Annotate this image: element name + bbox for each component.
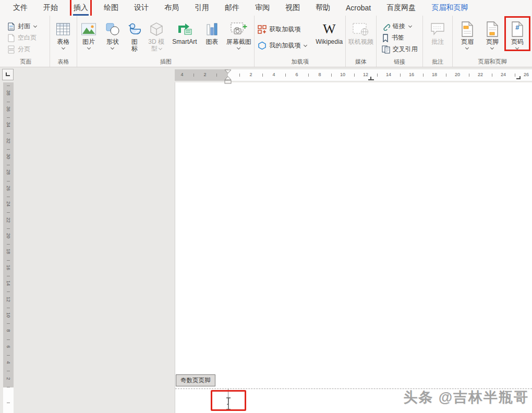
ruler-tick — [7, 165, 10, 165]
ruler-tick — [7, 228, 10, 229]
ruler-number: 18 — [6, 248, 11, 254]
ruler-number: 8 — [317, 72, 323, 77]
group-pages: 封面 空白页 分页 页面 — [2, 16, 50, 67]
ruler-number: 32 — [6, 138, 11, 144]
online-video-button[interactable]: 联机视频 — [348, 18, 373, 45]
chevron-down-icon — [159, 46, 162, 50]
page-break-button[interactable]: 分页 — [4, 44, 33, 55]
cover-page-button[interactable]: 封面 — [4, 21, 40, 32]
tab-home[interactable]: 开始 — [42, 1, 59, 15]
ruler-number: 24 — [6, 201, 11, 207]
group-label-header-footer: 页眉和页脚 — [453, 57, 532, 67]
ruler-number: 12 — [362, 72, 369, 77]
footer-icon — [486, 20, 499, 39]
header-label: 页眉 — [461, 39, 474, 45]
ruler-tick — [239, 74, 240, 77]
picture-button[interactable]: 图片 — [77, 18, 100, 49]
group-label-illustrations: 插图 — [77, 57, 254, 67]
link-button[interactable]: 链接 — [379, 21, 415, 32]
right-tab-stop-marker[interactable] — [519, 76, 521, 79]
watermark-text: 头条 @吉林半瓶哥 — [403, 388, 529, 407]
footer-button[interactable]: 页脚 — [481, 18, 503, 49]
icons-button[interactable]: 图 标 — [125, 18, 144, 52]
table-button[interactable]: 表格 — [56, 18, 70, 49]
tab-file[interactable]: 文件 — [12, 1, 29, 15]
ruler-tick — [492, 74, 492, 77]
ruler-tick — [400, 74, 401, 77]
3d-models-label-line2: 型 — [151, 45, 162, 52]
chart-button[interactable]: 图表 — [201, 18, 222, 45]
ruler-tick — [7, 323, 10, 324]
ruler-number: 2 — [248, 72, 254, 77]
ruler-tick — [308, 74, 309, 77]
document-page[interactable]: 奇数页页脚 头条 @吉林半瓶哥 — [175, 82, 532, 413]
indent-markers[interactable] — [224, 69, 232, 84]
ruler-tick — [7, 117, 10, 118]
ruler-number: 2 — [6, 375, 11, 382]
group-header-footer: 页眉 页脚 # 页码 — [453, 16, 532, 67]
shapes-label: 形状 — [106, 39, 119, 45]
tab-acrobat[interactable]: Acrobat — [345, 1, 372, 15]
footer-label: 页脚 — [486, 39, 499, 45]
ruler-tick — [354, 74, 355, 77]
link-icon — [382, 22, 390, 31]
ruler-number: 6 — [6, 344, 11, 350]
ruler-tick — [194, 74, 194, 77]
wikipedia-button[interactable]: W Wikipedia — [313, 18, 345, 45]
tab-insert[interactable]: 插入 — [72, 1, 89, 15]
get-addins-button[interactable]: 获取加载项 — [255, 23, 310, 35]
tab-references[interactable]: 引用 — [194, 1, 210, 15]
ruler-tick — [423, 74, 424, 77]
ruler-tick — [7, 197, 10, 197]
cover-page-label: 封面 — [18, 22, 30, 31]
comment-button[interactable]: 批注 — [430, 18, 445, 45]
smartart-label: SmartArt — [172, 39, 197, 45]
vertical-ruler[interactable]: 3836343230282624222018161412108642 — [3, 82, 14, 413]
tab-selector-button[interactable] — [2, 69, 14, 80]
3d-models-button[interactable]: 3D 模 型 — [145, 18, 168, 52]
page-break-label: 分页 — [18, 45, 30, 54]
tab-baidu-netdisk[interactable]: 百度网盘 — [385, 1, 417, 15]
ruler-number: 36 — [6, 106, 11, 112]
ruler-tick — [446, 74, 446, 77]
tab-view[interactable]: 视图 — [284, 1, 301, 15]
cross-reference-button[interactable]: 交叉引用 — [379, 44, 421, 55]
blank-page-button[interactable]: 空白页 — [4, 32, 40, 44]
tab-layout[interactable]: 布局 — [163, 1, 180, 15]
ruler-tick — [469, 74, 469, 77]
ribbon-tab-bar: 文件 开始 插入 绘图 设计 布局 引用 邮件 审阅 视图 帮助 Acrobat… — [0, 0, 532, 16]
online-video-icon — [353, 20, 369, 39]
ruler-tick — [7, 355, 10, 356]
tab-mailings[interactable]: 邮件 — [224, 1, 240, 15]
ruler-tick — [7, 149, 10, 150]
header-button[interactable]: 页眉 — [456, 18, 478, 49]
smartart-button[interactable]: SmartArt — [169, 18, 201, 45]
blank-page-label: 空白页 — [18, 33, 37, 42]
my-addins-label: 我的加载项 — [269, 41, 300, 50]
annotation-box-footer — [211, 390, 246, 411]
screenshot-button[interactable]: 屏幕截图 — [223, 18, 254, 49]
horizontal-ruler[interactable]: 422468101214161820222426 — [175, 69, 532, 81]
chevron-down-icon — [62, 46, 65, 50]
my-addins-button[interactable]: 我的加载项 — [255, 40, 310, 51]
tab-draw[interactable]: 绘图 — [103, 1, 119, 15]
page-number-button[interactable]: # 页码 — [506, 18, 528, 49]
ruler-number: 26 — [523, 72, 529, 77]
chevron-down-icon — [490, 46, 494, 50]
shapes-button[interactable]: 形状 — [101, 18, 124, 49]
get-addins-label: 获取加载项 — [269, 25, 300, 34]
picture-label: 图片 — [82, 39, 95, 45]
tab-header-footer-contextual[interactable]: 页眉和页脚 — [430, 1, 469, 15]
center-tab-stop-marker[interactable] — [370, 77, 371, 79]
cross-reference-label: 交叉引用 — [393, 45, 418, 54]
chart-icon — [205, 20, 219, 39]
ruler-number: 22 — [6, 217, 11, 223]
hash-glyph: # — [511, 23, 524, 31]
tab-review[interactable]: 审阅 — [254, 1, 271, 15]
tab-help[interactable]: 帮助 — [315, 1, 331, 15]
bookmark-button[interactable]: 书签 — [379, 32, 407, 44]
tab-design[interactable]: 设计 — [133, 1, 150, 15]
picture-icon — [81, 20, 96, 39]
group-label-addins: 加载项 — [255, 57, 345, 67]
group-label-table: 表格 — [50, 57, 77, 67]
